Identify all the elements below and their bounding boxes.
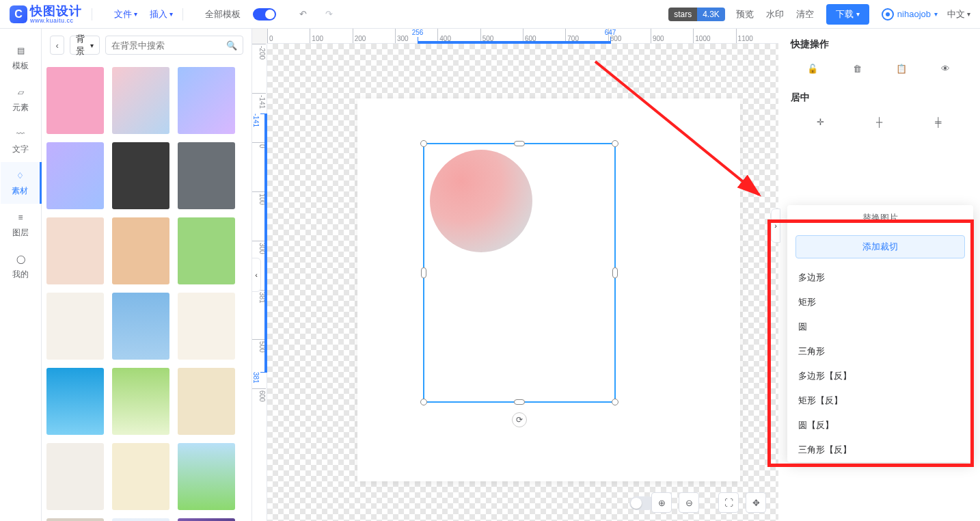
fullscreen-icon[interactable]: ⛶ bbox=[718, 492, 739, 513]
canvas-area: 0100200300400500600700800900100011002566… bbox=[252, 29, 778, 521]
rail-label: 元素 bbox=[12, 102, 29, 113]
undo-icon[interactable]: ↶ bbox=[295, 7, 310, 22]
rail-icon: ≡ bbox=[13, 211, 28, 224]
chevron-down-icon: ▾ bbox=[856, 10, 860, 18]
bg-thumbnail[interactable] bbox=[46, 67, 104, 134]
download-button[interactable]: 下载▾ bbox=[826, 4, 869, 25]
crop-option[interactable]: 三角形【反】 bbox=[787, 438, 973, 462]
resize-handle-br[interactable] bbox=[612, 399, 618, 405]
resize-handle-mr[interactable] bbox=[612, 267, 618, 278]
bg-thumbnail[interactable] bbox=[46, 293, 104, 360]
logo[interactable]: C 快图设计 www.kuaitu.cc bbox=[10, 5, 82, 24]
bg-thumbnail[interactable] bbox=[46, 368, 104, 435]
bg-thumbnail[interactable] bbox=[178, 293, 235, 360]
crop-option[interactable]: 多边形 bbox=[787, 265, 973, 290]
bg-thumbnail[interactable] bbox=[112, 67, 169, 134]
crop-option[interactable]: 圆【反】 bbox=[787, 413, 973, 438]
crop-option[interactable]: 多边形【反】 bbox=[787, 364, 973, 388]
rail-item-5[interactable]: ◯我的 bbox=[0, 245, 41, 287]
zoom-out-icon[interactable]: ⊖ bbox=[679, 492, 699, 513]
visibility-icon[interactable]: 👁 bbox=[938, 60, 954, 77]
bg-thumbnail[interactable] bbox=[178, 67, 235, 134]
bg-thumbnail[interactable] bbox=[112, 443, 169, 510]
resize-handle-mb[interactable] bbox=[514, 399, 525, 405]
bg-thumbnail[interactable] bbox=[112, 142, 169, 209]
file-menu[interactable]: 文件▾ bbox=[114, 8, 137, 21]
language-menu[interactable]: 中文▾ bbox=[947, 8, 970, 21]
user-icon bbox=[882, 8, 894, 21]
rail-item-0[interactable]: ▤模板 bbox=[0, 37, 41, 79]
bg-thumbnail[interactable] bbox=[178, 142, 235, 209]
back-button[interactable]: ‹ bbox=[50, 36, 64, 55]
bg-thumbnail[interactable] bbox=[178, 368, 235, 435]
bg-thumbnail[interactable] bbox=[112, 293, 169, 360]
ruler-horizontal: 0100200300400500600700800900100011002566… bbox=[267, 29, 778, 44]
crop-option[interactable]: 三角形 bbox=[787, 339, 973, 364]
logo-text: 快图设计 bbox=[30, 5, 82, 17]
collapse-prop-button[interactable]: › bbox=[771, 209, 780, 243]
resize-handle-tr[interactable] bbox=[612, 140, 618, 147]
bg-thumbnail[interactable] bbox=[112, 518, 169, 521]
template-toggle[interactable] bbox=[253, 8, 276, 21]
align-center-both-icon[interactable]: ✛ bbox=[812, 113, 828, 130]
crop-option[interactable]: 矩形 bbox=[787, 290, 973, 315]
chevron-down-icon: ▾ bbox=[169, 10, 173, 18]
thumbnail-grid bbox=[42, 62, 251, 521]
align-center-v-icon[interactable]: ╪ bbox=[930, 113, 947, 130]
rotate-handle[interactable]: ⟳ bbox=[512, 412, 527, 427]
resize-handle-mt[interactable] bbox=[514, 141, 525, 146]
bg-thumbnail[interactable] bbox=[112, 217, 169, 284]
bg-thumbnail[interactable] bbox=[178, 443, 235, 510]
chevron-down-icon: ▾ bbox=[90, 42, 94, 49]
zoom-in-icon[interactable]: ⊕ bbox=[651, 492, 672, 513]
stars-badge[interactable]: stars4.3K bbox=[668, 8, 725, 21]
rail-item-4[interactable]: ≡图层 bbox=[0, 204, 41, 245]
bg-thumbnail[interactable] bbox=[178, 217, 235, 284]
rail-item-1[interactable]: ▱元素 bbox=[0, 79, 41, 120]
quick-actions-title: 快捷操作 bbox=[791, 38, 968, 51]
search-icon: 🔍 bbox=[226, 40, 237, 51]
resize-handle-ml[interactable] bbox=[421, 267, 426, 278]
rail-item-3[interactable]: ♢素材 bbox=[1, 162, 42, 204]
all-templates-link[interactable]: 全部模板 bbox=[205, 8, 241, 21]
chevron-down-icon: ▾ bbox=[134, 10, 137, 18]
watermark-link[interactable]: 水印 bbox=[766, 8, 784, 21]
insert-menu[interactable]: 插入▾ bbox=[150, 8, 173, 21]
bg-thumbnail[interactable] bbox=[112, 368, 169, 435]
preview-link[interactable]: 预览 bbox=[736, 8, 754, 21]
bg-thumbnail[interactable] bbox=[46, 217, 104, 284]
crop-header: 替换图片 bbox=[787, 205, 973, 231]
align-center-h-icon[interactable]: ┼ bbox=[871, 113, 887, 130]
bg-thumbnail[interactable] bbox=[178, 518, 235, 521]
selection-box[interactable]: ⟳ bbox=[423, 143, 616, 403]
rail-label: 模板 bbox=[12, 60, 29, 72]
bg-thumbnail[interactable] bbox=[46, 142, 104, 209]
copy-icon[interactable]: 📋 bbox=[893, 60, 910, 77]
clear-link[interactable]: 清空 bbox=[796, 8, 814, 21]
resize-handle-tl[interactable] bbox=[420, 140, 427, 147]
lock-icon[interactable]: 🔓 bbox=[804, 60, 821, 77]
search-field[interactable] bbox=[111, 40, 226, 51]
resize-handle-bl[interactable] bbox=[420, 399, 427, 405]
bg-thumbnail[interactable] bbox=[46, 518, 104, 521]
redo-icon[interactable]: ↷ bbox=[321, 7, 336, 22]
chevron-down-icon: ▾ bbox=[967, 10, 970, 18]
user-menu[interactable]: nihaojob▾ bbox=[882, 8, 938, 21]
crop-option[interactable]: 矩形【反】 bbox=[787, 388, 973, 413]
category-select[interactable]: 背景▾ bbox=[70, 36, 100, 55]
topbar: C 快图设计 www.kuaitu.cc 文件▾ 插入▾ 全部模板 ↶ ↷ st… bbox=[0, 0, 980, 29]
crop-option[interactable]: 圆 bbox=[787, 315, 973, 339]
rail-icon: ◯ bbox=[13, 252, 28, 266]
add-crop-button[interactable]: 添加裁切 bbox=[795, 235, 965, 258]
bg-thumbnail[interactable] bbox=[46, 443, 104, 510]
rail-item-2[interactable]: 〰文字 bbox=[0, 120, 41, 162]
zoom-controls: ⊕ ⊖ ⛶ ✥ bbox=[651, 492, 766, 513]
search-input[interactable]: 🔍 bbox=[105, 36, 243, 55]
delete-icon[interactable]: 🗑 bbox=[849, 60, 865, 77]
logo-icon: C bbox=[10, 5, 27, 23]
fit-icon[interactable]: ✥ bbox=[746, 492, 766, 513]
selected-circle-shape[interactable] bbox=[430, 150, 532, 252]
collapse-side-button[interactable]: ‹ bbox=[252, 258, 261, 292]
center-title: 居中 bbox=[791, 92, 968, 104]
canvas-background[interactable]: ⟳ bbox=[267, 44, 778, 521]
